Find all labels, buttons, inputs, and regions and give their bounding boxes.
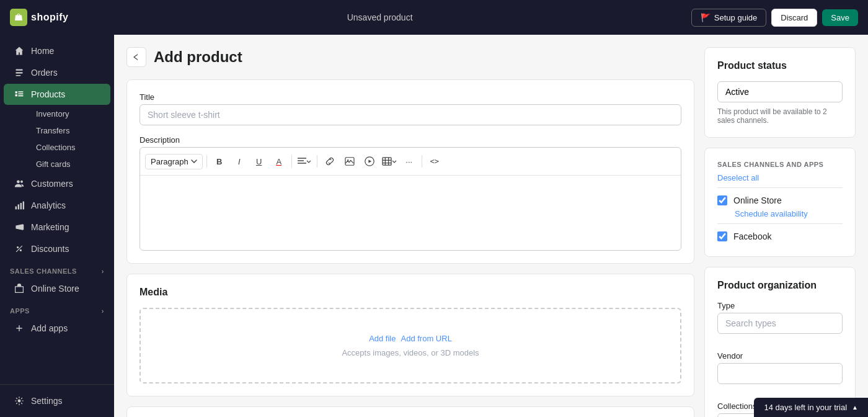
svg-point-3: [17, 180, 20, 183]
bold-button[interactable]: B: [211, 153, 228, 170]
sidebar-item-marketing[interactable]: Marketing: [4, 217, 110, 238]
svg-point-12: [18, 400, 21, 403]
online-store-name: Online Store: [733, 195, 782, 205]
apps-label: Apps ›: [0, 300, 114, 317]
type-input[interactable]: [717, 313, 843, 334]
sidebar-item-transfers[interactable]: Transfers: [30, 122, 110, 139]
expand-apps-icon[interactable]: ›: [102, 307, 104, 315]
svg-point-9: [17, 246, 19, 248]
sidebar-item-collections[interactable]: Collections: [30, 139, 110, 156]
media-section-title: Media: [140, 287, 681, 298]
description-label: Description: [140, 135, 681, 145]
sidebar-item-label: Discounts: [31, 244, 69, 254]
channel-divider: [717, 187, 843, 188]
discounts-icon: [14, 243, 25, 254]
sidebar-item-settings[interactable]: Settings: [4, 390, 110, 411]
settings-icon: [14, 395, 25, 406]
schedule-availability-link[interactable]: Schedule availability: [735, 209, 843, 218]
channel-item-facebook: Facebook: [717, 229, 843, 244]
sidebar-item-add-apps[interactable]: Add apps: [4, 318, 110, 339]
svg-rect-7: [20, 203, 22, 209]
topbar-actions: 🚩 Setup guide Discard Save: [691, 9, 858, 27]
sidebar-item-analytics[interactable]: Analytics: [4, 195, 110, 216]
discard-button[interactable]: Discard: [771, 9, 817, 27]
rte-toolbar: Paragraph B I U A: [140, 148, 681, 176]
facebook-checkbox[interactable]: [717, 231, 727, 241]
back-button[interactable]: [126, 47, 146, 67]
sidebar-bottom: Settings: [0, 384, 114, 417]
sales-channels-label: Sales channels ›: [0, 260, 114, 277]
sidebar-item-online-store[interactable]: Online Store: [4, 278, 110, 299]
media-dropzone[interactable]: Add file Add from URL Accepts images, vi…: [140, 308, 681, 383]
sidebar-item-label: Settings: [31, 396, 63, 406]
svg-point-10: [20, 249, 22, 251]
vendor-group: Vendor: [717, 351, 843, 392]
type-group: Type: [717, 301, 843, 341]
sales-channels-card: SALES CHANNELS AND APPS Deselect all Onl…: [704, 148, 856, 257]
deselect-all-link[interactable]: Deselect all: [717, 173, 843, 182]
media-upload-links: Add file Add from URL: [153, 334, 668, 343]
trial-bar[interactable]: 14 days left in your trial ▲: [754, 398, 868, 417]
align-button[interactable]: [296, 153, 313, 170]
save-button[interactable]: Save: [822, 9, 858, 26]
media-hint: Accepts images, videos, or 3D models: [153, 348, 668, 357]
add-from-url-link[interactable]: Add from URL: [401, 334, 452, 343]
sidebar-item-discounts[interactable]: Discounts: [4, 238, 110, 259]
rte-divider-4: [422, 155, 422, 168]
online-store-checkbox[interactable]: [717, 195, 727, 205]
flag-icon: 🚩: [701, 13, 711, 22]
sidebar-item-label: Analytics: [31, 200, 66, 210]
sidebar-item-label: Collections: [36, 143, 76, 152]
sales-channels-section-label: SALES CHANNELS AND APPS: [717, 161, 843, 168]
trial-chevron-icon: ▲: [852, 404, 858, 411]
sidebar-item-home[interactable]: Home: [4, 40, 110, 61]
shopify-logo: shopify: [10, 9, 68, 26]
svg-rect-5: [16, 207, 17, 210]
channel-item-online-store: Online Store: [717, 193, 843, 208]
sidebar-item-products[interactable]: Products: [4, 84, 110, 105]
sidebar-item-label: Transfers: [36, 126, 69, 135]
sidebar-item-inventory[interactable]: Inventory: [30, 105, 110, 122]
sidebar-item-gift-cards[interactable]: Gift cards: [30, 156, 110, 173]
table-button[interactable]: [381, 153, 398, 170]
analytics-icon: [14, 200, 25, 211]
pricing-card: Pricing Price MYR Compare at price: [126, 406, 694, 417]
product-status-card: Product status Active Draft This product…: [704, 47, 856, 138]
topbar-left: shopify: [10, 9, 68, 26]
svg-rect-0: [16, 69, 22, 70]
underline-button[interactable]: U: [250, 153, 268, 170]
brand-name: shopify: [31, 12, 68, 23]
sidebar-item-orders[interactable]: Orders: [4, 62, 110, 83]
more-button[interactable]: ···: [401, 153, 418, 170]
setup-guide-button[interactable]: 🚩 Setup guide: [691, 9, 766, 27]
italic-button[interactable]: I: [231, 153, 248, 170]
rte-content-area[interactable]: [140, 176, 681, 250]
home-icon: [14, 45, 25, 56]
title-label: Title: [140, 92, 681, 102]
sidebar-item-label: Gift cards: [36, 159, 71, 169]
product-org-title: Product organization: [717, 280, 843, 291]
code-button[interactable]: <>: [426, 153, 443, 170]
paragraph-select[interactable]: Paragraph: [145, 154, 203, 169]
page-title-header: Unsaved product: [347, 12, 413, 22]
sidebar-item-label: Add apps: [31, 323, 68, 333]
expand-icon[interactable]: ›: [102, 267, 104, 275]
rte-divider-3: [317, 155, 317, 168]
status-select[interactable]: Active Draft: [717, 81, 843, 102]
video-button[interactable]: [361, 153, 378, 170]
title-card: Title Description Paragraph B I: [126, 79, 694, 264]
customers-icon: [14, 178, 25, 189]
vendor-input[interactable]: [717, 363, 843, 384]
sidebar-nav: Home Orders Products Inventory Tra: [0, 35, 114, 344]
title-input[interactable]: [140, 104, 681, 125]
product-form: Add product Title Description Paragraph: [126, 47, 694, 405]
color-button[interactable]: A: [270, 153, 288, 170]
image-button[interactable]: [341, 153, 358, 170]
sidebar-item-customers[interactable]: Customers: [4, 173, 110, 194]
link-button[interactable]: [321, 153, 339, 170]
sidebar: Home Orders Products Inventory Tra: [0, 35, 114, 417]
add-file-link[interactable]: Add file: [369, 334, 396, 343]
sidebar-item-label: Customers: [31, 179, 73, 189]
store-icon: [14, 283, 25, 294]
plus-icon: [14, 323, 25, 334]
